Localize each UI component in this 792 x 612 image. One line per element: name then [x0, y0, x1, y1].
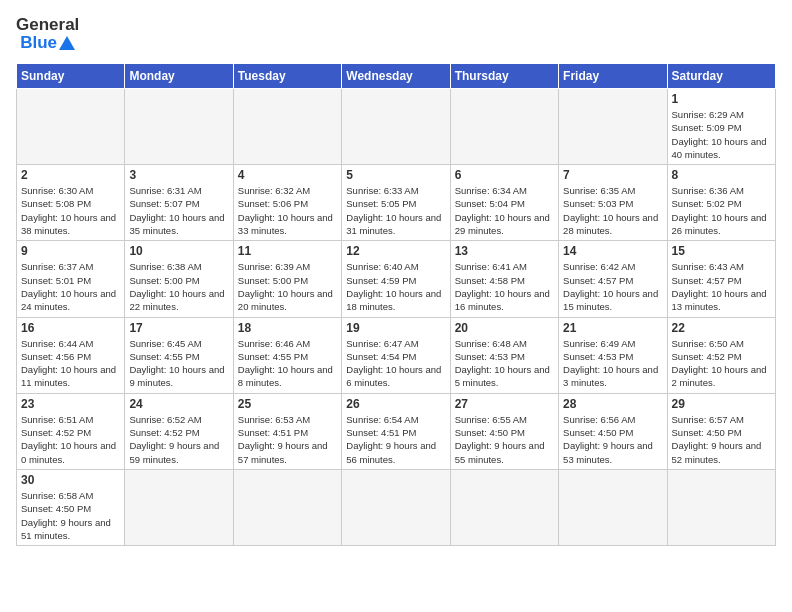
day-info: Sunrise: 6:44 AM Sunset: 4:56 PM Dayligh…: [21, 337, 120, 390]
day-number: 17: [129, 321, 228, 335]
day-cell: 6Sunrise: 6:34 AM Sunset: 5:04 PM Daylig…: [450, 165, 558, 241]
day-number: 18: [238, 321, 337, 335]
day-info: Sunrise: 6:51 AM Sunset: 4:52 PM Dayligh…: [21, 413, 120, 466]
day-cell: 2Sunrise: 6:30 AM Sunset: 5:08 PM Daylig…: [17, 165, 125, 241]
weekday-header-tuesday: Tuesday: [233, 64, 341, 89]
day-info: Sunrise: 6:48 AM Sunset: 4:53 PM Dayligh…: [455, 337, 554, 390]
day-cell: 14Sunrise: 6:42 AM Sunset: 4:57 PM Dayli…: [559, 241, 667, 317]
week-row-4: 16Sunrise: 6:44 AM Sunset: 4:56 PM Dayli…: [17, 317, 776, 393]
day-info: Sunrise: 6:57 AM Sunset: 4:50 PM Dayligh…: [672, 413, 771, 466]
day-info: Sunrise: 6:37 AM Sunset: 5:01 PM Dayligh…: [21, 260, 120, 313]
day-cell: [450, 469, 558, 545]
logo-general: General: [16, 15, 79, 34]
day-number: 25: [238, 397, 337, 411]
calendar: SundayMondayTuesdayWednesdayThursdayFrid…: [16, 63, 776, 546]
day-cell: [17, 89, 125, 165]
day-info: Sunrise: 6:55 AM Sunset: 4:50 PM Dayligh…: [455, 413, 554, 466]
day-info: Sunrise: 6:36 AM Sunset: 5:02 PM Dayligh…: [672, 184, 771, 237]
day-cell: 16Sunrise: 6:44 AM Sunset: 4:56 PM Dayli…: [17, 317, 125, 393]
weekday-header-sunday: Sunday: [17, 64, 125, 89]
day-info: Sunrise: 6:38 AM Sunset: 5:00 PM Dayligh…: [129, 260, 228, 313]
day-cell: 19Sunrise: 6:47 AM Sunset: 4:54 PM Dayli…: [342, 317, 450, 393]
day-number: 4: [238, 168, 337, 182]
day-number: 21: [563, 321, 662, 335]
weekday-header-saturday: Saturday: [667, 64, 775, 89]
day-cell: 30Sunrise: 6:58 AM Sunset: 4:50 PM Dayli…: [17, 469, 125, 545]
day-info: Sunrise: 6:33 AM Sunset: 5:05 PM Dayligh…: [346, 184, 445, 237]
day-number: 22: [672, 321, 771, 335]
day-info: Sunrise: 6:39 AM Sunset: 5:00 PM Dayligh…: [238, 260, 337, 313]
day-cell: 29Sunrise: 6:57 AM Sunset: 4:50 PM Dayli…: [667, 393, 775, 469]
page: General Blue SundayMondayTuesdayWednesda…: [0, 0, 792, 612]
day-number: 27: [455, 397, 554, 411]
day-number: 14: [563, 244, 662, 258]
day-number: 9: [21, 244, 120, 258]
day-cell: 24Sunrise: 6:52 AM Sunset: 4:52 PM Dayli…: [125, 393, 233, 469]
day-info: Sunrise: 6:42 AM Sunset: 4:57 PM Dayligh…: [563, 260, 662, 313]
day-info: Sunrise: 6:29 AM Sunset: 5:09 PM Dayligh…: [672, 108, 771, 161]
day-number: 30: [21, 473, 120, 487]
day-cell: 10Sunrise: 6:38 AM Sunset: 5:00 PM Dayli…: [125, 241, 233, 317]
day-number: 11: [238, 244, 337, 258]
day-cell: 18Sunrise: 6:46 AM Sunset: 4:55 PM Dayli…: [233, 317, 341, 393]
day-info: Sunrise: 6:31 AM Sunset: 5:07 PM Dayligh…: [129, 184, 228, 237]
week-row-3: 9Sunrise: 6:37 AM Sunset: 5:01 PM Daylig…: [17, 241, 776, 317]
day-number: 15: [672, 244, 771, 258]
week-row-6: 30Sunrise: 6:58 AM Sunset: 4:50 PM Dayli…: [17, 469, 776, 545]
day-info: Sunrise: 6:35 AM Sunset: 5:03 PM Dayligh…: [563, 184, 662, 237]
day-info: Sunrise: 6:49 AM Sunset: 4:53 PM Dayligh…: [563, 337, 662, 390]
day-cell: 22Sunrise: 6:50 AM Sunset: 4:52 PM Dayli…: [667, 317, 775, 393]
day-number: 16: [21, 321, 120, 335]
day-info: Sunrise: 6:46 AM Sunset: 4:55 PM Dayligh…: [238, 337, 337, 390]
day-number: 3: [129, 168, 228, 182]
day-cell: 7Sunrise: 6:35 AM Sunset: 5:03 PM Daylig…: [559, 165, 667, 241]
day-cell: [450, 89, 558, 165]
week-row-2: 2Sunrise: 6:30 AM Sunset: 5:08 PM Daylig…: [17, 165, 776, 241]
logo-blue: Blue: [20, 33, 57, 53]
header: General Blue: [16, 16, 776, 53]
day-cell: [233, 469, 341, 545]
day-info: Sunrise: 6:40 AM Sunset: 4:59 PM Dayligh…: [346, 260, 445, 313]
week-row-5: 23Sunrise: 6:51 AM Sunset: 4:52 PM Dayli…: [17, 393, 776, 469]
day-cell: 26Sunrise: 6:54 AM Sunset: 4:51 PM Dayli…: [342, 393, 450, 469]
day-cell: 13Sunrise: 6:41 AM Sunset: 4:58 PM Dayli…: [450, 241, 558, 317]
day-number: 8: [672, 168, 771, 182]
day-info: Sunrise: 6:53 AM Sunset: 4:51 PM Dayligh…: [238, 413, 337, 466]
day-info: Sunrise: 6:54 AM Sunset: 4:51 PM Dayligh…: [346, 413, 445, 466]
day-cell: 23Sunrise: 6:51 AM Sunset: 4:52 PM Dayli…: [17, 393, 125, 469]
day-cell: [342, 469, 450, 545]
day-cell: 4Sunrise: 6:32 AM Sunset: 5:06 PM Daylig…: [233, 165, 341, 241]
day-info: Sunrise: 6:30 AM Sunset: 5:08 PM Dayligh…: [21, 184, 120, 237]
day-info: Sunrise: 6:58 AM Sunset: 4:50 PM Dayligh…: [21, 489, 120, 542]
day-cell: 12Sunrise: 6:40 AM Sunset: 4:59 PM Dayli…: [342, 241, 450, 317]
day-cell: 25Sunrise: 6:53 AM Sunset: 4:51 PM Dayli…: [233, 393, 341, 469]
day-cell: 21Sunrise: 6:49 AM Sunset: 4:53 PM Dayli…: [559, 317, 667, 393]
day-cell: 28Sunrise: 6:56 AM Sunset: 4:50 PM Dayli…: [559, 393, 667, 469]
day-info: Sunrise: 6:41 AM Sunset: 4:58 PM Dayligh…: [455, 260, 554, 313]
day-info: Sunrise: 6:56 AM Sunset: 4:50 PM Dayligh…: [563, 413, 662, 466]
day-number: 6: [455, 168, 554, 182]
day-number: 5: [346, 168, 445, 182]
weekday-header-wednesday: Wednesday: [342, 64, 450, 89]
day-number: 10: [129, 244, 228, 258]
day-cell: 15Sunrise: 6:43 AM Sunset: 4:57 PM Dayli…: [667, 241, 775, 317]
weekday-header-thursday: Thursday: [450, 64, 558, 89]
day-number: 28: [563, 397, 662, 411]
logo-triangle-icon: [59, 36, 75, 50]
weekday-header-row: SundayMondayTuesdayWednesdayThursdayFrid…: [17, 64, 776, 89]
day-number: 20: [455, 321, 554, 335]
day-info: Sunrise: 6:47 AM Sunset: 4:54 PM Dayligh…: [346, 337, 445, 390]
day-number: 19: [346, 321, 445, 335]
day-info: Sunrise: 6:52 AM Sunset: 4:52 PM Dayligh…: [129, 413, 228, 466]
logo: General Blue: [16, 16, 79, 53]
day-cell: 20Sunrise: 6:48 AM Sunset: 4:53 PM Dayli…: [450, 317, 558, 393]
day-cell: [125, 469, 233, 545]
day-number: 29: [672, 397, 771, 411]
day-cell: 3Sunrise: 6:31 AM Sunset: 5:07 PM Daylig…: [125, 165, 233, 241]
day-cell: [667, 469, 775, 545]
day-cell: 9Sunrise: 6:37 AM Sunset: 5:01 PM Daylig…: [17, 241, 125, 317]
day-cell: 27Sunrise: 6:55 AM Sunset: 4:50 PM Dayli…: [450, 393, 558, 469]
day-info: Sunrise: 6:43 AM Sunset: 4:57 PM Dayligh…: [672, 260, 771, 313]
day-number: 2: [21, 168, 120, 182]
day-cell: 17Sunrise: 6:45 AM Sunset: 4:55 PM Dayli…: [125, 317, 233, 393]
